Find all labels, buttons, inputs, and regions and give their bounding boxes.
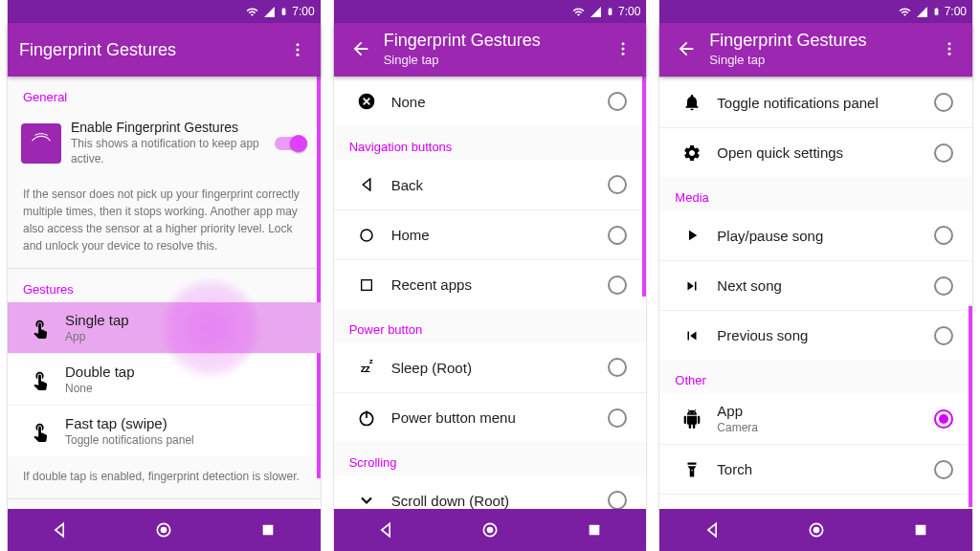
chevron-down-icon (357, 491, 376, 509)
more-vert-icon (614, 40, 632, 57)
nav-bar (659, 509, 972, 551)
action-ringer[interactable]: Toggle ringer mode (659, 494, 972, 509)
radio-button[interactable] (608, 175, 627, 194)
radio-button[interactable] (934, 226, 953, 245)
arrow-back-icon (676, 38, 697, 59)
gesture-single-tap[interactable]: Single tap App (8, 302, 321, 353)
overflow-menu-button[interactable] (608, 40, 638, 57)
action-label: Toggle notifications panel (717, 95, 928, 111)
status-bar: 7:00 (334, 0, 647, 23)
radio-button[interactable] (608, 92, 627, 111)
action-label: Power button menu (391, 409, 603, 426)
radio-button[interactable] (608, 491, 627, 509)
skip-prev-icon (683, 327, 701, 344)
section-scroll: Scrolling (334, 442, 647, 475)
svg-rect-11 (361, 279, 371, 290)
gesture-double-tap[interactable]: Double tap None (8, 353, 321, 405)
radio-button[interactable] (608, 276, 627, 295)
overflow-menu-button[interactable] (934, 40, 965, 57)
action-toggle-notifications[interactable]: Toggle notifications panel (659, 77, 972, 127)
double-tap-note: If double tap is enabled, fingerprint de… (8, 456, 321, 498)
nav-home-button[interactable] (152, 518, 175, 541)
nav-back-button[interactable] (374, 518, 397, 541)
play-icon (683, 227, 701, 244)
svg-point-17 (948, 42, 951, 45)
nav-recent-button[interactable] (909, 518, 932, 541)
action-power-menu[interactable]: Power button menu (334, 392, 647, 442)
nav-home-button[interactable] (479, 518, 501, 541)
action-home[interactable]: Home (334, 209, 647, 259)
action-next-song[interactable]: Next song (659, 260, 972, 310)
radio-button[interactable] (608, 408, 627, 428)
app-subtitle: Single tap (384, 53, 609, 67)
fingerprint-app-icon (21, 123, 61, 164)
action-label: App (717, 403, 928, 419)
action-content: Toggle notifications panel Open quick se… (659, 77, 972, 509)
radio-button[interactable] (934, 460, 953, 479)
nav-recent-button[interactable] (583, 518, 606, 541)
radio-button[interactable] (934, 143, 953, 163)
nav-home-button[interactable] (805, 518, 828, 541)
back-button[interactable] (667, 38, 705, 59)
action-sublabel: Camera (717, 421, 928, 434)
app-bar: Fingerprint Gestures Single tap (334, 23, 647, 77)
action-scroll-down[interactable]: Scroll down (Root) (334, 475, 647, 509)
action-recent[interactable]: Recent apps (334, 259, 647, 309)
action-prev-song[interactable]: Previous song (659, 310, 972, 360)
svg-rect-24 (915, 525, 925, 536)
svg-point-23 (813, 527, 819, 534)
fingerprint-icon (29, 131, 54, 156)
status-time: 7:00 (618, 5, 640, 18)
action-content: None Navigation buttons Back Home Recent… (334, 77, 647, 509)
android-icon (682, 409, 702, 429)
action-app[interactable]: App Camera (659, 393, 972, 444)
action-label: Scroll down (Root) (391, 493, 603, 509)
main-content: General Enable Fingerprint Gestures This… (8, 77, 321, 509)
more-vert-icon (941, 40, 958, 57)
gesture-fast-tap[interactable]: Fast tap (swipe) Toggle notifications pa… (8, 405, 321, 456)
nav-back-button[interactable] (701, 518, 724, 541)
signal-icon (263, 6, 276, 18)
enable-gestures-row[interactable]: Enable Fingerprint Gestures This shows a… (8, 110, 321, 176)
action-none[interactable]: None (334, 77, 647, 126)
svg-point-18 (948, 48, 951, 51)
radio-button[interactable] (934, 326, 953, 345)
nav-recent-button[interactable] (256, 518, 279, 541)
action-sleep[interactable]: zzz Sleep (Root) (334, 342, 647, 392)
more-vert-icon (289, 41, 306, 58)
status-time: 7:00 (945, 5, 967, 18)
wifi-icon (571, 6, 586, 18)
back-button[interactable] (342, 38, 380, 59)
action-back[interactable]: Back (334, 160, 647, 209)
single-tap-title: Single tap (65, 312, 307, 328)
radio-button[interactable] (608, 358, 627, 377)
nav-back-icon (376, 520, 395, 540)
app-title: Fingerprint Gestures (709, 31, 934, 51)
svg-point-10 (361, 230, 372, 241)
app-subtitle: Single tap (709, 53, 934, 67)
svg-point-4 (161, 527, 167, 534)
section-nav: Navigation buttons (334, 126, 647, 160)
wifi-icon (245, 6, 259, 18)
nav-back-button[interactable] (48, 518, 71, 541)
action-play-pause[interactable]: Play/pause song (659, 210, 972, 260)
overflow-menu-button[interactable] (282, 41, 313, 58)
radio-button[interactable] (934, 276, 953, 296)
nav-bar (334, 509, 647, 551)
action-quick-settings[interactable]: Open quick settings (659, 127, 972, 177)
fast-tap-sub: Toggle notifications panel (65, 433, 307, 447)
app-title: Fingerprint Gestures (384, 31, 609, 51)
action-label: Home (391, 227, 603, 243)
radio-button[interactable] (934, 409, 953, 429)
nav-back-icon (702, 520, 722, 540)
action-label: Next song (717, 277, 928, 294)
enable-switch[interactable] (275, 135, 307, 152)
bell-icon (682, 93, 702, 112)
radio-button[interactable] (934, 93, 953, 112)
nav-home-icon (807, 520, 826, 540)
action-torch[interactable]: Torch (659, 444, 972, 494)
radio-button[interactable] (608, 226, 627, 245)
app-bar: Fingerprint Gestures Single tap (659, 23, 972, 77)
svg-point-15 (487, 527, 494, 534)
nav-back-icon (50, 520, 69, 540)
